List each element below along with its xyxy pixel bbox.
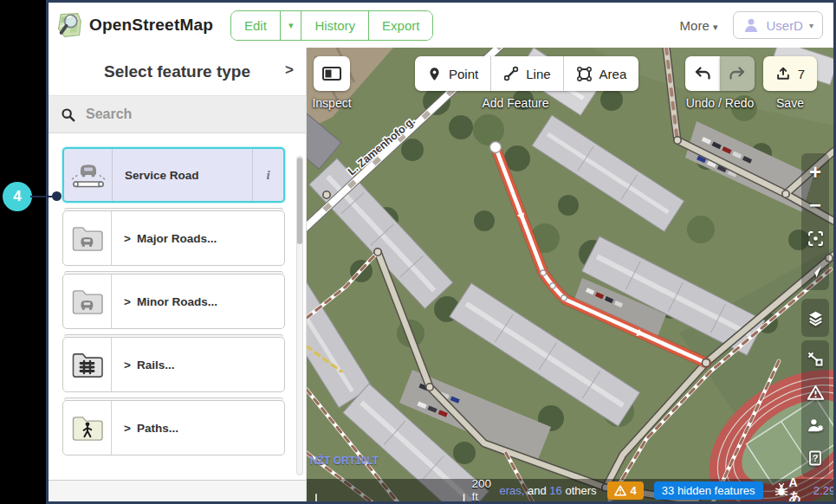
sidebar-header: Select feature type > — [49, 48, 306, 95]
category-major-roads[interactable]: >Major Roads... — [62, 210, 285, 266]
issues-button[interactable] — [802, 376, 828, 409]
service-road-icon — [69, 159, 107, 191]
category-minor-roads[interactable]: >Minor Roads... — [62, 274, 285, 329]
map-data-controls: ? — [801, 340, 829, 477]
category-label: Minor Roads... — [137, 295, 217, 308]
user-caret-icon: ▾ — [809, 21, 813, 30]
more-caret-icon: ▾ — [713, 22, 718, 32]
version-link[interactable]: 2.29.0 — [813, 484, 833, 497]
frame-icon — [807, 229, 825, 248]
sidebar-footer — [49, 480, 306, 501]
help-icon: ? — [807, 449, 824, 467]
svg-text:?: ? — [813, 453, 819, 463]
map-data-button[interactable] — [802, 343, 828, 376]
category-label: Rails... — [137, 359, 175, 372]
scale-label: 200 ft — [472, 477, 500, 501]
map-canvas[interactable]: L. Zamenhofo g. Point — [307, 48, 833, 501]
preset-info-button[interactable]: i — [252, 149, 283, 201]
rails-folder-icon — [70, 351, 105, 379]
disclosure-chevron-icon: > — [124, 359, 131, 372]
redo-icon — [729, 66, 746, 81]
brand-name: OpenStreetMap — [89, 16, 213, 35]
sidebar-scrollbar[interactable] — [296, 156, 303, 475]
attribution-count-link[interactable]: 16 — [549, 484, 561, 497]
attribution-text: eras, and 16 others — [500, 484, 597, 497]
line-icon — [503, 66, 519, 81]
attribution-link[interactable]: eras, — [500, 484, 525, 497]
issues-count-badge[interactable]: 4 — [607, 481, 644, 500]
disclosure-chevron-icon: > — [124, 295, 131, 308]
add-line-button[interactable]: Line — [490, 56, 562, 91]
add-area-button[interactable]: Area — [563, 56, 639, 91]
annotation-badge: 4 — [3, 182, 32, 211]
point-icon — [427, 66, 442, 82]
annotation-connector-dot — [52, 191, 62, 201]
map-scene: L. Zamenhofo g. — [307, 48, 833, 501]
category-paths[interactable]: >Paths... — [62, 400, 285, 456]
map-data-icon — [807, 351, 824, 368]
locale-button[interactable]: Aあ — [789, 475, 801, 501]
plus-icon: + — [809, 162, 821, 183]
minor-roads-folder-icon — [70, 288, 105, 316]
more-menu[interactable]: More ▾ — [680, 18, 718, 33]
status-bar: 200 ft eras, and 16 others 4 33 hidden f… — [307, 479, 833, 501]
minus-icon: − — [809, 195, 821, 216]
preferences-button[interactable] — [802, 409, 828, 442]
geolocate-button[interactable] — [802, 255, 828, 288]
save-upload-icon — [775, 66, 791, 81]
way-start-node — [490, 142, 502, 153]
history-button[interactable]: History — [301, 11, 368, 40]
search-input[interactable] — [84, 106, 275, 123]
background-controls — [801, 299, 829, 337]
top-navbar: OpenStreetMap Edit ▾ History Export More… — [49, 3, 833, 48]
hidden-features-button[interactable]: 33 hidden features — [654, 481, 763, 500]
undo-button[interactable] — [685, 56, 720, 91]
undo-icon — [694, 66, 711, 81]
preset-label: Service Road — [125, 169, 199, 182]
major-roads-folder-icon — [70, 224, 105, 253]
layers-icon — [807, 309, 825, 327]
inspect-button[interactable] — [314, 56, 350, 91]
navigation-arrow-icon — [807, 263, 824, 280]
search-bar[interactable] — [49, 95, 306, 133]
preset-service-road[interactable]: Service Road i — [62, 147, 285, 203]
way-end-node — [702, 359, 710, 366]
save-button[interactable]: 7 — [763, 56, 817, 91]
zoom-in-button[interactable]: + — [802, 156, 828, 189]
user-avatar-icon — [742, 16, 760, 34]
report-bug-button[interactable] — [774, 480, 789, 501]
collapse-sidebar-icon[interactable]: > — [285, 61, 294, 79]
user-menu[interactable]: UserD ▾ — [733, 11, 823, 39]
edit-dropdown-caret-icon[interactable]: ▾ — [280, 11, 301, 40]
category-label: Major Roads... — [137, 232, 217, 245]
paths-folder-icon — [70, 414, 105, 443]
warning-triangle-icon — [807, 384, 825, 402]
zoom-out-button[interactable]: − — [802, 189, 828, 222]
scrollbar-thumb[interactable] — [297, 158, 302, 244]
area-icon — [576, 66, 593, 82]
brand: OpenStreetMap — [55, 11, 213, 39]
add-point-button[interactable]: Point — [415, 56, 490, 91]
edit-button[interactable]: Edit — [231, 11, 280, 40]
help-button[interactable]: ? — [802, 442, 828, 475]
disclosure-chevron-icon: > — [124, 422, 131, 435]
user-name: UserD — [766, 18, 803, 33]
disclosure-chevron-icon: > — [124, 232, 131, 245]
sidebar: Select feature type > — [49, 48, 307, 501]
add-feature-label: Add Feature — [415, 96, 616, 110]
search-icon — [61, 107, 75, 122]
scale-bar: 200 ft — [315, 477, 500, 501]
redo-button[interactable] — [720, 56, 755, 91]
inspect-icon — [321, 65, 342, 82]
category-rails[interactable]: >Rails... — [62, 337, 285, 392]
layers-button[interactable] — [802, 301, 828, 334]
map-toolbar: Point Line Area — [307, 48, 833, 112]
preset-list: Service Road i >Major Roads... — [49, 133, 306, 456]
page-title: Select feature type — [104, 62, 250, 81]
zoom-to-selection-button[interactable] — [802, 222, 828, 255]
edit-button-group: Edit ▾ History Export — [230, 10, 433, 41]
osm-logo-icon — [55, 11, 83, 39]
imagery-attribution: NŽT ORT10LT — [310, 455, 379, 467]
export-button[interactable]: Export — [368, 11, 432, 40]
bug-icon — [774, 482, 789, 498]
